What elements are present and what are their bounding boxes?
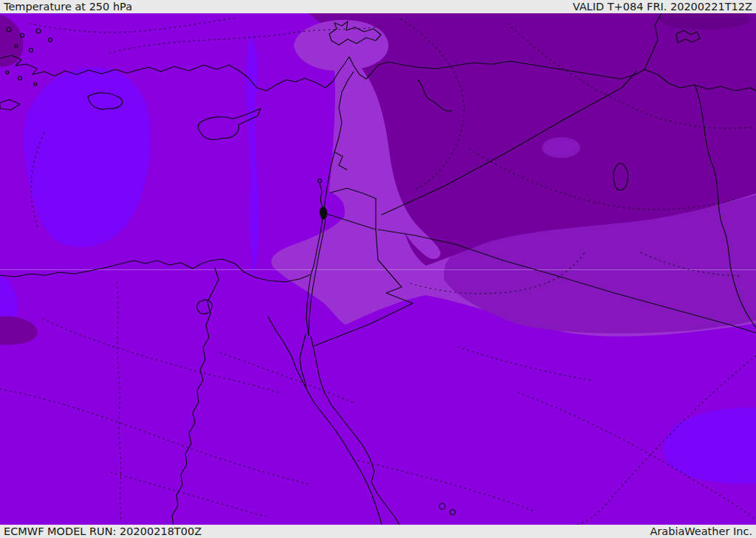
header-bar: Temperature at 250 hPa VALID T+084 FRI. … bbox=[0, 0, 756, 13]
temperature-fill-regions bbox=[0, 13, 756, 525]
valid-time-label: VALID T+084 FRI. 20200221T12Z bbox=[573, 1, 752, 13]
weather-map-canvas bbox=[0, 13, 756, 525]
dead-sea bbox=[320, 207, 327, 219]
temperature-map-svg bbox=[0, 13, 756, 525]
attribution-label: ArabiaWeather Inc. bbox=[650, 525, 752, 538]
region-light-blip-ne-syria bbox=[542, 137, 580, 158]
model-run-label: ECMWF MODEL RUN: 20200218T00Z bbox=[4, 525, 202, 538]
map-title: Temperature at 250 hPa bbox=[4, 1, 132, 13]
footer-bar: ECMWF MODEL RUN: 20200218T00Z ArabiaWeat… bbox=[0, 525, 756, 538]
